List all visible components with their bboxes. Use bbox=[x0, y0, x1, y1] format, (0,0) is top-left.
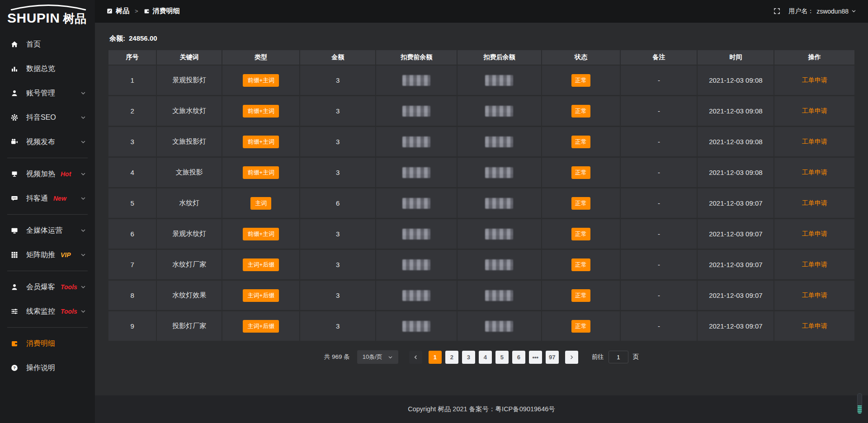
table-row: 9 投影灯厂家 主词+后缀 3 正常 - 2021-12-03 09:07 工单… bbox=[108, 311, 854, 342]
sidebar-item-label: 首页 bbox=[26, 40, 41, 49]
work-order-link[interactable]: 工单申请 bbox=[802, 322, 827, 329]
cell-type: 前缀+主词 bbox=[222, 127, 300, 158]
sidebar-item-video-heat[interactable]: 视频加热 Hot bbox=[0, 162, 95, 186]
censored-balance-after bbox=[485, 106, 513, 117]
sidebar-item-label: 抖音SEO bbox=[26, 113, 56, 122]
breadcrumb-item-site[interactable]: 树品 bbox=[107, 7, 129, 15]
goto-page: 前往 页 bbox=[592, 351, 639, 363]
page-button-5[interactable]: 5 bbox=[495, 351, 509, 364]
scroll-widget[interactable] bbox=[857, 393, 862, 414]
sidebar-item-douyin-seo[interactable]: 抖音SEO bbox=[0, 105, 95, 130]
cell-amount: 3 bbox=[300, 127, 376, 158]
page-ellipsis-button[interactable]: ••• bbox=[529, 351, 542, 364]
censored-balance-after bbox=[485, 198, 513, 209]
sidebar-item-home[interactable]: 首页 bbox=[0, 32, 95, 56]
page-button-3[interactable]: 3 bbox=[462, 351, 475, 364]
page-button-97[interactable]: 97 bbox=[546, 351, 559, 364]
work-order-link[interactable]: 工单申请 bbox=[802, 199, 827, 207]
chevron-down-icon bbox=[80, 171, 86, 177]
censored-balance-before bbox=[402, 136, 430, 147]
sidebar-item-matrix-boost[interactable]: 矩阵助推 VIP bbox=[0, 243, 95, 267]
footer: Copyright 树品 2021 备案号：粤ICP备09019646号 bbox=[95, 395, 868, 423]
chevron-down-icon bbox=[80, 90, 86, 96]
col-header-keyword: 关键词 bbox=[157, 50, 222, 66]
breadcrumb-label: 消费明细 bbox=[153, 7, 180, 15]
cell-action: 工单申请 bbox=[774, 158, 854, 188]
page-button-6[interactable]: 6 bbox=[512, 351, 525, 364]
sidebar-item-label: 视频发布 bbox=[26, 137, 55, 147]
sidebar-item-douketong[interactable]: 抖客通 New bbox=[0, 186, 95, 211]
page-size-select[interactable]: 10条/页 bbox=[357, 350, 398, 364]
sidebar-item-member-burst[interactable]: 会员爆客 Tools bbox=[0, 275, 95, 299]
table-row: 2 文旅水纹灯 前缀+主词 3 正常 - 2021-12-03 09:08 工单… bbox=[108, 96, 854, 127]
username-value: zswodun88 bbox=[816, 8, 849, 15]
work-order-link[interactable]: 工单申请 bbox=[802, 261, 827, 268]
next-page-button[interactable] bbox=[565, 351, 578, 364]
sidebar-item-label: 消费明细 bbox=[26, 339, 55, 348]
chevron-down-icon bbox=[851, 9, 856, 14]
sidebar-item-data-overview[interactable]: 数据总览 bbox=[0, 56, 95, 81]
wallet-icon bbox=[11, 340, 20, 347]
app-logo: SHUPIN 树品 bbox=[0, 0, 95, 28]
type-badge: 前缀+主词 bbox=[243, 228, 279, 240]
cell-index: 2 bbox=[108, 96, 157, 127]
grid-icon bbox=[11, 251, 20, 258]
balance-value: 24856.00 bbox=[129, 34, 157, 42]
sidebar-item-consumption-detail[interactable]: 消费明细 bbox=[0, 331, 95, 356]
censored-balance-before bbox=[402, 229, 430, 240]
cell-action: 工单申请 bbox=[774, 66, 854, 96]
work-order-link[interactable]: 工单申请 bbox=[802, 138, 827, 145]
work-order-link[interactable]: 工单申请 bbox=[802, 76, 827, 84]
cell-amount: 3 bbox=[300, 96, 376, 127]
cell-type: 前缀+主词 bbox=[222, 219, 300, 250]
question-icon: ? bbox=[11, 364, 20, 371]
cell-action: 工单申请 bbox=[774, 96, 854, 127]
col-header-remark: 备注 bbox=[621, 50, 698, 66]
cell-status: 正常 bbox=[542, 96, 621, 127]
sidebar-item-label: 矩阵助推 bbox=[26, 250, 55, 260]
cell-balance-before bbox=[376, 311, 458, 342]
work-order-link[interactable]: 工单申请 bbox=[802, 169, 827, 176]
cell-time: 2021-12-03 09:08 bbox=[698, 66, 774, 96]
content-region: 树品 > 消费明细 用户名：zswodun88 余额:24856.00 序号 bbox=[95, 0, 868, 423]
sidebar-item-video-publish[interactable]: 视频发布 bbox=[0, 130, 95, 154]
page-button-1[interactable]: 1 bbox=[429, 351, 442, 364]
cell-balance-before bbox=[376, 66, 458, 96]
cell-action: 工单申请 bbox=[774, 127, 854, 158]
type-badge: 主词 bbox=[250, 197, 271, 210]
sidebar-item-lead-monitor[interactable]: 线索监控 Tools bbox=[0, 299, 95, 324]
chevron-down-icon bbox=[388, 355, 393, 360]
table-row: 5 水纹灯 主词 6 正常 - 2021-12-03 09:07 工单申请 bbox=[108, 188, 854, 219]
site-icon bbox=[107, 8, 113, 14]
work-order-link[interactable]: 工单申请 bbox=[802, 230, 827, 237]
sidebar-divider bbox=[7, 271, 88, 271]
status-badge: 正常 bbox=[571, 136, 590, 148]
cell-action: 工单申请 bbox=[774, 250, 854, 281]
sidebar-divider bbox=[7, 158, 88, 158]
page-button-4[interactable]: 4 bbox=[479, 351, 492, 364]
cell-balance-after bbox=[458, 66, 542, 96]
sidebar-item-label: 数据总览 bbox=[26, 64, 55, 74]
prev-page-button[interactable] bbox=[409, 351, 422, 364]
page-button-2[interactable]: 2 bbox=[445, 351, 458, 364]
cell-status: 正常 bbox=[542, 158, 621, 188]
user-menu[interactable]: 用户名：zswodun88 bbox=[788, 7, 856, 15]
cell-keyword: 文旅投影 bbox=[157, 158, 222, 188]
sidebar-item-account[interactable]: 账号管理 bbox=[0, 81, 95, 105]
sidebar-item-instructions[interactable]: ? 操作说明 bbox=[0, 356, 95, 380]
sidebar-item-label: 会员爆客 bbox=[26, 282, 55, 292]
goto-page-input[interactable] bbox=[609, 351, 628, 363]
fullscreen-icon[interactable] bbox=[774, 8, 780, 14]
breadcrumb-item-consumption[interactable]: 消费明细 bbox=[144, 7, 180, 15]
work-order-link[interactable]: 工单申请 bbox=[802, 107, 827, 114]
sidebar-item-media-operation[interactable]: 全媒体运营 bbox=[0, 218, 95, 243]
work-order-link[interactable]: 工单申请 bbox=[802, 291, 827, 299]
cell-type: 主词+后缀 bbox=[222, 311, 300, 342]
gear-icon bbox=[11, 114, 20, 121]
censored-balance-after bbox=[485, 136, 513, 147]
status-badge: 正常 bbox=[571, 197, 590, 210]
user-icon bbox=[11, 89, 20, 97]
cell-amount: 3 bbox=[300, 158, 376, 188]
chevron-down-icon bbox=[80, 196, 86, 201]
cell-amount: 3 bbox=[300, 66, 376, 96]
